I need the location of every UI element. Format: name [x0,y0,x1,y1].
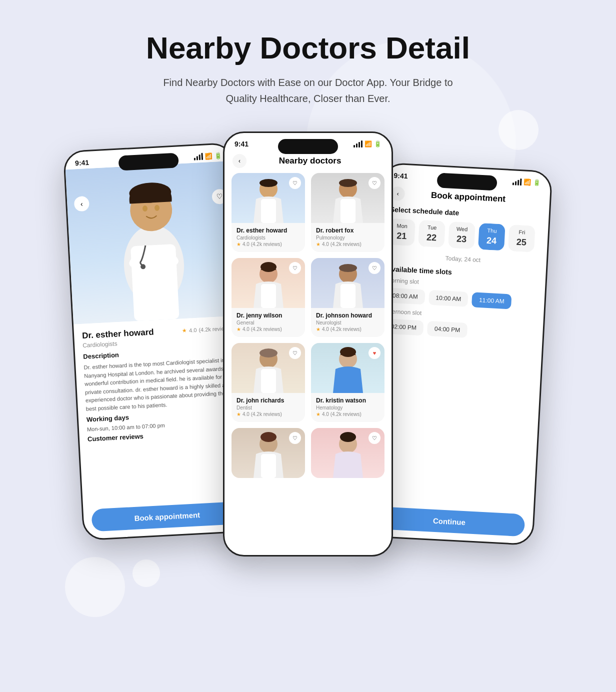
dynamic-island-right [436,172,497,190]
card-specialty-3: General [236,320,300,326]
card-fav-5[interactable]: ♡ [289,347,301,359]
status-icons-left: 📶 🔋 [194,152,222,160]
doctor-figure-6 [328,344,368,393]
star-icon-2: ★ [316,242,320,247]
card-specialty-2: Pulmonology [316,235,380,240]
card-rating-6: ★ 4.0 (4.2k reviews) [316,412,380,417]
signal-bars-center [354,140,362,148]
card-rating-4: ★ 4.0 (4.2k reviews) [316,326,380,332]
doctor-figure-1 [248,174,288,223]
signal-bar-3 [199,154,201,160]
date-item-thu[interactable]: Thu 24 [478,223,506,251]
doctor-card-7[interactable]: ♡ [232,428,305,478]
svg-rect-22 [261,369,276,393]
date-picker: Mon 21 Tue 22 Wed 23 Thu 24 Fri 25 [388,218,540,252]
star-icon-6: ★ [316,412,320,417]
page-header: Nearby Doctors Detail Find Nearby Doctor… [0,0,616,122]
card-rating-5: ★ 4.0 (4.2k reviews) [236,412,300,417]
date-day-num-fri: 25 [516,237,526,248]
card-fav-4[interactable]: ♡ [368,262,380,274]
date-day-num-thu: 24 [486,236,496,246]
date-item-tue[interactable]: Tue 22 [418,220,446,248]
svg-point-23 [260,348,278,358]
phones-container: 9:41 📶 🔋 [0,122,616,586]
star-icon-4: ★ [316,326,320,332]
doctor-card-4[interactable]: ♡ Dr. johnson howard Neurologist ★ 4.0 (… [311,258,384,337]
date-item-fri[interactable]: Fri 25 [508,224,536,252]
card-fav-8[interactable]: ♡ [368,432,380,444]
card-fav-6[interactable]: ♥ [368,347,380,359]
card-name-1: Dr. esther howard [236,227,300,234]
date-day-name-wed: Wed [456,226,468,232]
book-appointment-content: ‹ Book appointment Select schedule date … [375,181,550,352]
star-icon: ★ [182,327,188,334]
doctor-figure-4 [328,259,368,308]
date-item-wed[interactable]: Wed 23 [448,222,476,250]
signal-bar-2 [196,156,198,160]
card-fav-2[interactable]: ♡ [368,177,380,189]
today-label: Today, 24 oct [388,252,538,266]
doctor-figure-5 [248,344,288,393]
star-icon-3: ★ [236,326,241,332]
doctor-card-3[interactable]: ♡ Dr. jenny wilson General ★ 4.0 (4.2k r… [232,258,305,337]
slot-1000[interactable]: 10:00 AM [428,290,468,307]
doctor-figure-3 [248,259,288,308]
doctor-hero-placeholder [66,161,240,324]
doctor-card-info-5: Dr. john richards Dentist ★ 4.0 (4.2k re… [232,393,305,422]
doctor-card-6[interactable]: ♥ Dr. kristin watson Hematology ★ 4.0 (4… [311,343,384,422]
schedule-date-label: Select schedule date [390,205,541,221]
description-text: Dr. esther howard is the top most Cardio… [84,356,237,413]
doctor-card-info-6: Dr. kristin watson Hematology ★ 4.0 (4.2… [311,393,384,422]
continue-button[interactable]: Continue [373,506,525,537]
date-day-name-tue: Tue [428,224,437,230]
doctor-card-img-4: ♡ [311,258,384,308]
doctor-card-8[interactable]: ♡ [311,428,384,478]
status-time-right: 9:41 [394,172,408,180]
doctor-card-img-7: ♡ [232,428,305,478]
doctor-card-img-2: ♡ [311,173,384,223]
doctor-illustration [100,172,207,322]
card-fav-3[interactable]: ♡ [289,262,301,274]
doctor-card-info-1: Dr. esther howard Cardiologists ★ 4.0 (4… [232,223,305,252]
card-rating-3: ★ 4.0 (4.2k reviews) [236,326,300,332]
card-name-2: Dr. robert fox [316,227,380,234]
doctor-card-info-2: Dr. robert fox Pulmonology ★ 4.0 (4.2k r… [311,223,384,252]
doctor-figure-7 [248,429,288,478]
doctor-card-img-3: ♡ [232,258,305,308]
svg-point-29 [260,432,276,442]
doctor-hero-image: ‹ ♡ [66,161,240,324]
signal-bar-1 [194,158,196,160]
nearby-title: Nearby doctors [250,156,370,166]
card-fav-7[interactable]: ♡ [289,432,301,444]
date-day-num-wed: 23 [456,234,466,245]
star-icon-5: ★ [236,412,241,417]
svg-rect-10 [261,199,276,223]
afternoon-time-slots: 02:00 PM 04:00 PM [384,318,535,342]
svg-rect-13 [340,199,356,223]
slot-1600[interactable]: 04:00 PM [427,321,468,338]
doctor-card-info-4: Dr. johnson howard Neurologist ★ 4.0 (4.… [311,308,384,337]
status-time-left: 9:41 [75,158,90,167]
rating-value: 4.0 [189,327,197,334]
svg-point-11 [260,179,278,187]
doctor-card-1[interactable]: ♡ Dr. esther howard Cardiologists ★ 4.0 … [232,173,305,252]
book-appointment-header: ‹ Book appointment [390,186,542,208]
card-fav-1[interactable]: ♡ [289,177,301,189]
status-icons-center: 📶 🔋 [354,140,382,148]
wifi-icon-right: 📶 [524,178,532,186]
card-name-6: Dr. kristin watson [316,397,380,404]
doctor-card-2[interactable]: ♡ Dr. robert fox Pulmonology ★ 4.0 (4.2k… [311,173,384,252]
nearby-back-button[interactable]: ‹ [232,154,246,168]
date-day-num-mon: 21 [396,230,407,242]
card-name-3: Dr. jenny wilson [236,312,300,319]
signal-bars-right [512,178,522,186]
doctor-card-img-6: ♥ [311,343,384,393]
svg-point-20 [339,264,357,272]
doctor-card-5[interactable]: ♡ Dr. john richards Dentist ★ 4.0 (4.2k … [232,343,305,422]
card-rating-1: ★ 4.0 (4.2k reviews) [236,242,300,247]
slot-1100[interactable]: 11:00 AM [472,292,512,309]
signal-bars-left [194,153,203,160]
doctor-card-img-5: ♡ [232,343,305,393]
svg-point-14 [339,179,357,187]
svg-rect-31 [340,454,356,478]
